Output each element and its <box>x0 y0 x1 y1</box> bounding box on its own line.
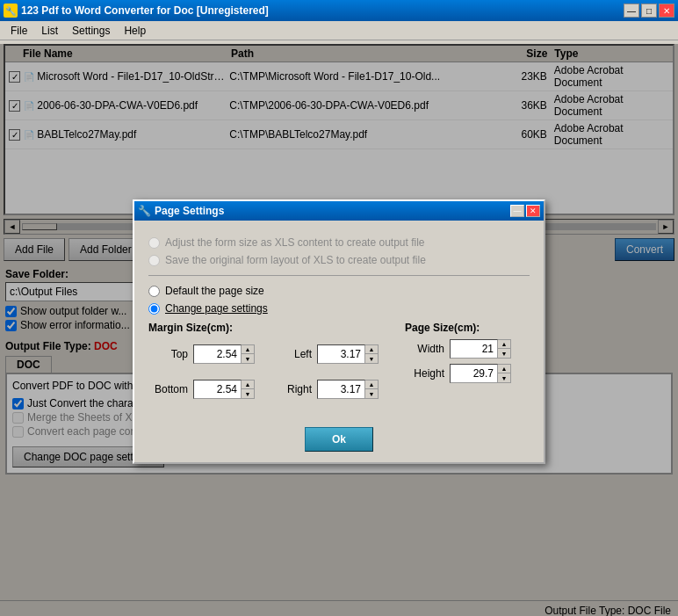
margin-left-label: Left <box>272 348 312 360</box>
margin-bottom-up[interactable]: ▲ <box>242 380 254 389</box>
dialog-minimize-button[interactable]: — <box>510 205 524 217</box>
margin-right-spinner: ▲ ▼ <box>317 380 379 399</box>
page-width-row: Width ▲ ▼ <box>405 339 511 359</box>
margin-left-spinner-buttons: ▲ ▼ <box>365 344 379 364</box>
radio-option1-row: Adjust the form size as XLS content to c… <box>148 236 530 249</box>
margin-top-spinner: ▲ ▼ <box>193 344 255 364</box>
margin-left-down[interactable]: ▼ <box>365 354 378 363</box>
menu-bar: File List Settings Help <box>0 21 678 40</box>
dialog-title-bar: 🔧 Page Settings — ✕ <box>134 201 544 221</box>
margin-bottom-row: Bottom ▲ ▼ <box>148 380 255 399</box>
margin-page-size-section: Margin Size(cm): Top ▲ ▼ <box>148 322 530 409</box>
radio-option2[interactable] <box>148 255 160 266</box>
menu-file[interactable]: File <box>4 23 34 39</box>
margin-title: Margin Size(cm): <box>148 322 379 334</box>
page-height-down[interactable]: ▼ <box>498 373 510 382</box>
margin-right-down[interactable]: ▼ <box>365 389 378 398</box>
ok-button[interactable]: Ok <box>305 427 373 452</box>
margin-right-row: Right ▲ ▼ <box>272 380 379 399</box>
page-width-label: Width <box>405 343 444 355</box>
margin-bottom-down[interactable]: ▼ <box>242 389 254 398</box>
margin-right-up[interactable]: ▲ <box>365 380 378 389</box>
page-width-spinner: ▲ ▼ <box>450 339 511 359</box>
radio-default-page[interactable] <box>148 286 160 297</box>
margin-top-up[interactable]: ▲ <box>242 345 254 354</box>
page-size-group: Page Size(cm): Width ▲ ▼ <box>405 322 511 409</box>
margin-bottom-input[interactable] <box>193 380 242 399</box>
title-bar: 🔧 123 Pdf to Word Converter for Doc [Unr… <box>0 0 678 21</box>
separator <box>148 275 530 276</box>
radio-option4-row: Change page settings <box>148 302 530 315</box>
radio-option3-label: Default the page size <box>165 285 264 297</box>
margin-right-spinner-buttons: ▲ ▼ <box>365 380 379 399</box>
margin-left-input[interactable] <box>317 344 365 364</box>
page-settings-dialog: 🔧 Page Settings — ✕ Adjust the form size… <box>133 199 545 464</box>
dialog-footer: Ok <box>134 420 544 462</box>
app-icon: 🔧 <box>4 4 18 18</box>
window-controls: — □ ✕ <box>624 4 674 18</box>
margin-right-label: Right <box>272 383 312 395</box>
margin-bottom-spinner: ▲ ▼ <box>193 380 255 399</box>
margin-left-up[interactable]: ▲ <box>365 345 378 354</box>
dialog-close-button[interactable]: ✕ <box>526 205 540 217</box>
close-button[interactable]: ✕ <box>659 4 674 18</box>
dialog-icon: 🔧 <box>138 205 151 217</box>
radio-change-settings[interactable] <box>148 303 160 315</box>
menu-help[interactable]: Help <box>117 23 153 39</box>
page-height-spinner: ▲ ▼ <box>450 364 511 383</box>
page-size-title: Page Size(cm): <box>405 322 511 334</box>
dialog-title: Page Settings <box>155 205 224 217</box>
maximize-button[interactable]: □ <box>641 4 657 18</box>
dialog-body: Adjust the form size as XLS content to c… <box>134 221 544 420</box>
margin-top-input[interactable] <box>193 344 242 364</box>
app-title: 123 Pdf to Word Converter for Doc [Unreg… <box>21 4 269 17</box>
margin-top-row: Top ▲ ▼ <box>148 344 255 364</box>
modal-overlay: 🔧 Page Settings — ✕ Adjust the form size… <box>0 44 678 616</box>
menu-settings[interactable]: Settings <box>65 23 117 39</box>
page-height-spinner-buttons: ▲ ▼ <box>498 364 511 383</box>
margin-left-row: Left ▲ ▼ <box>272 344 379 364</box>
menu-list[interactable]: List <box>34 23 65 39</box>
radio-option2-label: Save the original form layout of XLS to … <box>165 254 426 266</box>
margin-bottom-label: Bottom <box>148 383 188 395</box>
minimize-button[interactable]: — <box>624 4 639 18</box>
page-width-spinner-buttons: ▲ ▼ <box>498 339 511 359</box>
page-height-row: Height ▲ ▼ <box>405 364 511 383</box>
margin-left-spinner: ▲ ▼ <box>317 344 379 364</box>
page-width-input[interactable] <box>450 339 498 359</box>
page-height-up[interactable]: ▲ <box>498 365 510 373</box>
radio-option1-label: Adjust the form size as XLS content to c… <box>165 236 425 249</box>
margin-size-group: Margin Size(cm): Top ▲ ▼ <box>148 322 379 409</box>
radio-option3-row: Default the page size <box>148 285 530 297</box>
main-window: File Name Path Size Type ✓ 📄 Microsoft W… <box>0 44 678 616</box>
margin-top-down[interactable]: ▼ <box>242 354 254 363</box>
page-width-down[interactable]: ▼ <box>498 349 510 358</box>
page-height-input[interactable] <box>450 364 498 383</box>
margin-bottom-spinner-buttons: ▲ ▼ <box>242 380 255 399</box>
margin-right-input[interactable] <box>317 380 365 399</box>
page-width-up[interactable]: ▲ <box>498 340 510 349</box>
radio-option1[interactable] <box>148 237 160 249</box>
radio-option2-row: Save the original form layout of XLS to … <box>148 254 530 266</box>
margin-top-spinner-buttons: ▲ ▼ <box>242 344 255 364</box>
radio-option4-label: Change page settings <box>165 302 268 315</box>
page-height-label: Height <box>405 367 444 380</box>
margin-top-label: Top <box>148 348 188 360</box>
